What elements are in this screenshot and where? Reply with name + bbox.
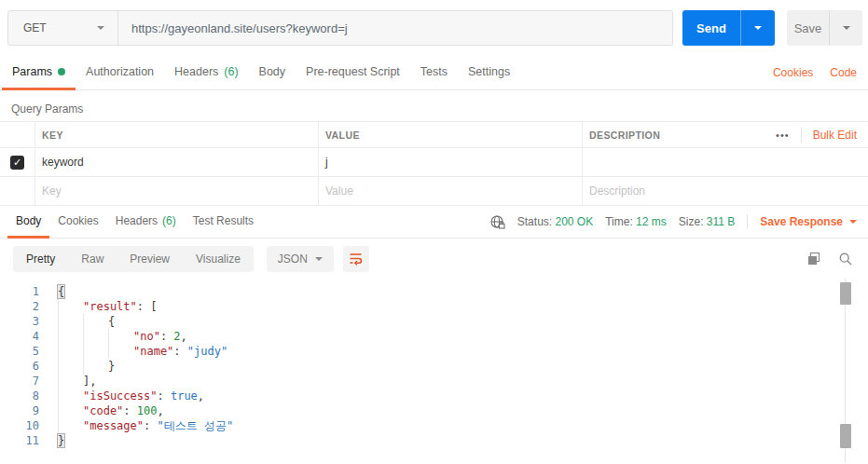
- chevron-down-icon: [849, 220, 857, 224]
- param-checkbox-cell: ✓: [0, 148, 35, 176]
- param-key-cell[interactable]: keyword: [35, 148, 319, 176]
- json-token-num: 100: [137, 404, 158, 417]
- bulk-edit-link[interactable]: Bulk Edit: [813, 129, 857, 142]
- tab-params[interactable]: Params: [2, 56, 76, 90]
- new-key-input[interactable]: [42, 184, 290, 198]
- tab-authorization-label: Authorization: [86, 65, 154, 78]
- response-tab-test-results[interactable]: Test Results: [185, 206, 262, 239]
- json-token-key: "message": [83, 419, 144, 432]
- json-token-punct: :: [157, 389, 170, 403]
- json-token-punct: ,: [181, 330, 187, 343]
- url-input[interactable]: [118, 11, 672, 45]
- request-tabs: Params Authorization Headers (6) Body Pr…: [2, 56, 520, 89]
- tab-tests-label: Tests: [420, 65, 448, 78]
- line-number: 2: [0, 299, 39, 314]
- cookies-link[interactable]: Cookies: [773, 66, 813, 79]
- vertical-divider: [747, 214, 748, 229]
- response-status-bar: Status: 200 OK Time: 12 ms Size: 311 B S…: [489, 206, 868, 238]
- copy-response-button[interactable]: [806, 252, 821, 266]
- param-description-cell: [583, 177, 868, 205]
- json-token-punct: ,: [198, 389, 204, 403]
- param-value-cell: [319, 177, 583, 205]
- json-token-punct: {: [108, 315, 115, 328]
- json-token-punct: :: [160, 330, 173, 343]
- tab-body-label: Body: [259, 65, 286, 78]
- send-options-button[interactable]: [740, 10, 775, 46]
- param-enabled-checkbox[interactable]: ✓: [10, 156, 24, 170]
- postman-request-window: GET Send Save Params Authorizatio: [0, 0, 868, 464]
- send-button-group: Send: [682, 10, 775, 46]
- new-description-input[interactable]: [589, 184, 840, 198]
- code-line: 1{: [0, 284, 868, 299]
- param-value-cell[interactable]: j: [319, 148, 583, 176]
- search-response-button[interactable]: [838, 252, 853, 266]
- column-header-value: VALUE: [319, 122, 583, 147]
- indent-guide: [58, 418, 83, 433]
- code-line: 10"message": "테스트 성공": [0, 418, 868, 433]
- indent-guide: [83, 359, 108, 374]
- scrollbar-thumb[interactable]: [840, 282, 851, 305]
- response-toolbar-right: [806, 252, 855, 266]
- response-tab-cookies[interactable]: Cookies: [49, 206, 106, 239]
- new-value-input[interactable]: [325, 184, 557, 198]
- format-label: JSON: [278, 252, 308, 266]
- response-tab-headers[interactable]: Headers (6): [107, 206, 185, 239]
- param-description-cell[interactable]: [583, 148, 868, 176]
- json-token-punct: ],: [83, 375, 96, 388]
- query-params-table: KEY VALUE DESCRIPTION ••• Bulk Edit ✓ ke…: [0, 121, 868, 206]
- save-options-button[interactable]: [829, 10, 862, 46]
- json-token-str: "테스트 성공": [157, 419, 233, 432]
- tab-params-label: Params: [12, 65, 52, 78]
- chevron-down-icon: [754, 26, 762, 30]
- format-select[interactable]: JSON: [267, 246, 334, 272]
- line-number: 5: [0, 344, 39, 359]
- size-label: Size:: [679, 215, 704, 228]
- json-token-key: "name": [133, 345, 173, 358]
- params-header-actions: ••• Bulk Edit: [776, 128, 868, 143]
- search-icon: [838, 252, 853, 266]
- json-token-key: "result": [83, 300, 137, 313]
- indent-guide: [83, 329, 108, 344]
- send-button[interactable]: Send: [682, 10, 740, 46]
- code-line: 8"isSuccess": true,: [0, 389, 868, 403]
- line-number: 4: [0, 329, 39, 344]
- view-raw-button[interactable]: Raw: [68, 246, 117, 272]
- json-token-punct: :: [173, 345, 186, 358]
- line-number: 6: [0, 359, 39, 374]
- save-response-button[interactable]: Save Response: [760, 215, 857, 228]
- size-pair: Size: 311 B: [679, 215, 736, 228]
- url-control: GET: [7, 10, 673, 46]
- save-button[interactable]: Save: [787, 10, 829, 46]
- tab-pre-request-script[interactable]: Pre-request Script: [296, 56, 410, 90]
- param-value-value: j: [325, 156, 328, 169]
- code-link[interactable]: Code: [830, 66, 857, 79]
- view-visualize-button[interactable]: Visualize: [183, 246, 254, 272]
- time-value: 12 ms: [636, 215, 667, 228]
- param-row: ✓ keyword j: [0, 148, 868, 177]
- tab-body[interactable]: Body: [249, 56, 296, 90]
- json-token-num: 2: [173, 330, 180, 343]
- tab-settings[interactable]: Settings: [458, 56, 520, 90]
- json-token-str: "judy": [187, 345, 227, 358]
- tab-pre-request-script-label: Pre-request Script: [306, 65, 400, 78]
- view-preview-button[interactable]: Preview: [117, 246, 183, 272]
- response-view-toolbar: Pretty Raw Preview Visualize JSON: [0, 239, 868, 279]
- param-key-value: keyword: [42, 156, 84, 169]
- response-tab-body[interactable]: Body: [7, 206, 49, 239]
- more-options-icon[interactable]: •••: [776, 130, 790, 141]
- scrollbar-thumb[interactable]: [840, 424, 851, 448]
- request-url-bar: GET Send Save: [0, 0, 868, 56]
- chevron-down-icon: [97, 26, 104, 30]
- response-tab-headers-label: Headers: [116, 214, 158, 227]
- tab-authorization[interactable]: Authorization: [76, 56, 164, 90]
- indent-guide: [108, 344, 133, 359]
- method-select[interactable]: GET: [8, 11, 118, 45]
- tab-headers[interactable]: Headers (6): [164, 56, 249, 90]
- headers-count-badge: (6): [224, 65, 238, 78]
- column-header-description: DESCRIPTION: [589, 130, 660, 141]
- wrap-text-button[interactable]: [343, 246, 369, 272]
- response-body-editor[interactable]: 1{2"result": [3{4"no": 2,5"name": "judy"…: [0, 279, 868, 463]
- wrap-text-icon: [349, 252, 363, 266]
- tab-tests[interactable]: Tests: [410, 56, 458, 90]
- view-pretty-button[interactable]: Pretty: [13, 246, 68, 272]
